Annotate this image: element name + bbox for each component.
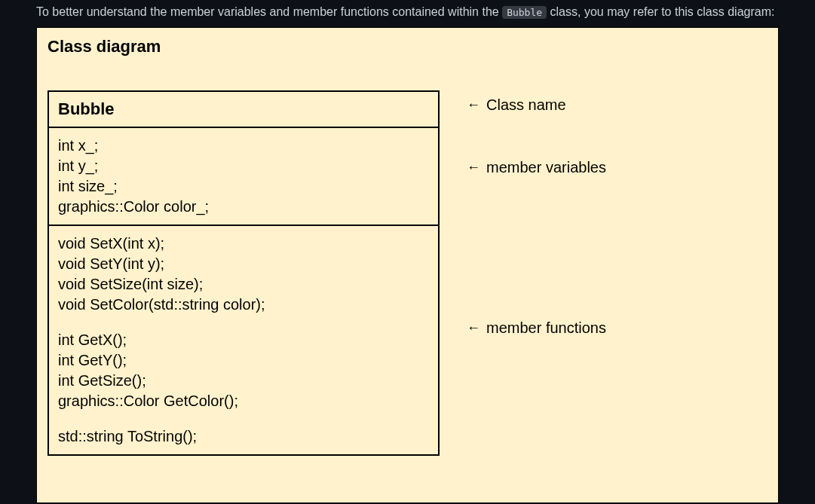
diagram-content: Bubble int x_; int y_; int size_; graphi… (47, 90, 768, 456)
diagram-title: Class diagram (47, 37, 768, 57)
uml-function: int GetY(); (58, 350, 429, 371)
arrow-left-icon: ← (467, 160, 480, 176)
inline-code-bubble: Bubble (502, 6, 547, 19)
spacer (58, 411, 429, 426)
class-diagram-box: Class diagram Bubble int x_; int y_; int… (36, 27, 779, 503)
uml-functions-section: void SetX(int x); void SetY(int y); void… (49, 226, 438, 454)
arrow-left-icon: ← (467, 97, 480, 113)
uml-variable: graphics::Color color_; (58, 197, 429, 217)
uml-variables-section: int x_; int y_; int size_; graphics::Col… (49, 128, 438, 226)
intro-text: To better understand the member variable… (0, 0, 815, 27)
intro-prefix: To better understand the member variable… (36, 5, 502, 18)
uml-function: void SetColor(std::string color); (58, 295, 429, 315)
uml-classname-section: Bubble (49, 92, 438, 128)
arrow-left-icon: ← (467, 320, 480, 336)
uml-function: void SetY(int y); (58, 254, 429, 274)
uml-function: void SetSize(int size); (58, 274, 429, 295)
uml-variable: int size_; (58, 176, 429, 197)
annotation-classname: ← Class name (467, 96, 606, 114)
intro-suffix: class, you may refer to this class diagr… (550, 5, 775, 18)
uml-function: graphics::Color GetColor(); (58, 391, 429, 411)
uml-function: int GetSize(); (58, 371, 429, 391)
uml-classname: Bubble (58, 99, 429, 119)
uml-function: void SetX(int x); (58, 234, 429, 254)
uml-box: Bubble int x_; int y_; int size_; graphi… (47, 90, 440, 456)
annotation-member-variables: ← member variables (467, 159, 606, 176)
annotations: ← Class name ← member variables ← member… (440, 90, 606, 337)
annotation-label: member variables (486, 159, 606, 176)
uml-variable: int y_; (58, 156, 429, 176)
uml-function: int GetX(); (58, 330, 429, 350)
uml-function: std::string ToString(); (58, 426, 429, 447)
annotation-member-functions: ← member functions (467, 319, 606, 337)
annotation-label: member functions (486, 319, 606, 337)
uml-variable: int x_; (58, 136, 429, 156)
annotation-label: Class name (486, 96, 566, 114)
spacer (58, 315, 429, 330)
